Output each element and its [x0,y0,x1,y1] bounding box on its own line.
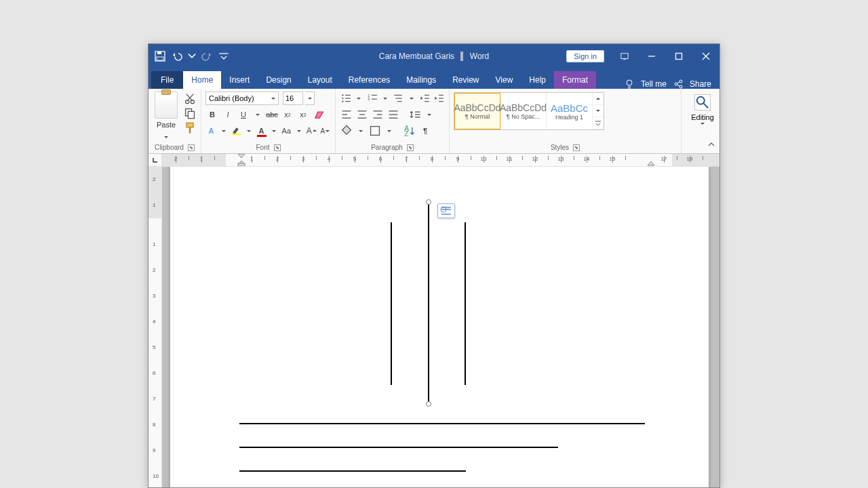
shape-vertical-line-3[interactable] [465,222,466,385]
selection-handle-top[interactable] [426,199,431,205]
font-color-dropdown-icon[interactable] [269,125,279,136]
format-painter-icon[interactable] [183,121,197,135]
save-icon[interactable] [154,50,166,62]
tab-selector[interactable] [149,154,162,166]
numbering-icon[interactable]: 12 [366,92,378,105]
tab-view[interactable]: View [488,71,521,89]
tab-insert[interactable]: Insert [221,71,258,89]
right-indent-marker[interactable] [648,155,654,166]
undo-icon[interactable] [170,50,182,62]
multilevel-dropdown-icon[interactable] [406,93,416,104]
font-name-combo[interactable]: Calibri (Body) [205,92,279,105]
superscript-icon[interactable]: x2 [296,108,310,121]
line-spacing-dropdown-icon[interactable] [424,109,435,120]
bullets-icon[interactable] [340,92,352,105]
bullets-dropdown-icon[interactable] [354,93,364,104]
font-launcher-icon[interactable]: ⬊ [274,144,281,151]
collapse-ribbon-icon[interactable] [707,139,715,151]
layout-options-button[interactable] [437,203,455,218]
styles-scroll-up-icon[interactable] [593,93,604,105]
editing-dropdown-icon[interactable] [701,123,705,125]
tab-format[interactable]: Format [554,71,596,89]
ribbon-display-options-icon[interactable] [611,44,638,68]
underline-icon[interactable]: U [237,108,250,121]
signin-button[interactable]: Sign in [566,50,604,62]
tab-mailings[interactable]: Mailings [398,71,444,89]
styles-scroll-down-icon[interactable] [593,105,604,117]
tab-home[interactable]: Home [183,71,221,89]
font-color-icon[interactable]: A [256,124,267,138]
line-spacing-icon[interactable] [408,108,422,121]
tab-layout[interactable]: Layout [300,71,340,89]
copy-icon[interactable] [183,106,197,120]
grow-font-icon[interactable]: A [306,124,317,138]
minimize-button[interactable] [638,44,665,68]
first-line-indent-marker[interactable] [238,154,245,165]
tell-me-label[interactable]: Tell me [641,79,667,89]
align-right-icon[interactable] [371,108,384,121]
styles-scroll[interactable] [593,93,604,129]
shading-icon[interactable] [340,124,353,138]
numbering-dropdown-icon[interactable] [380,93,391,104]
italic-icon[interactable]: I [221,108,235,121]
tab-help[interactable]: Help [521,71,554,89]
change-case-icon[interactable]: Aa [281,124,292,138]
text-effects-dropdown-icon[interactable] [219,125,229,136]
tab-review[interactable]: Review [444,71,487,89]
share-label[interactable]: Share [690,79,711,89]
increase-indent-icon[interactable] [433,92,445,105]
tab-design[interactable]: Design [258,71,299,89]
font-size-combo[interactable]: 16 [283,92,303,105]
justify-icon[interactable] [387,108,400,121]
paste-button[interactable]: Paste [153,92,180,141]
font-size-stepper[interactable] [305,92,315,105]
page-viewport[interactable] [162,167,719,487]
clipboard-launcher-icon[interactable]: ⬊ [188,144,195,151]
strikethrough-icon[interactable]: abc [265,108,279,121]
change-case-dropdown-icon[interactable] [294,125,304,136]
close-button[interactable] [692,44,719,68]
shrink-font-icon[interactable]: A [319,124,331,138]
svg-rect-23 [186,123,193,127]
multilevel-list-icon[interactable] [392,92,404,105]
sort-icon[interactable]: AZ [403,124,416,138]
tab-file[interactable]: File [151,71,183,89]
paragraph-launcher-icon[interactable]: ⬊ [407,144,414,151]
horizontal-ruler[interactable]: 211234567891011121314151718 [162,154,719,166]
borders-dropdown-icon[interactable] [384,125,395,136]
svg-rect-2 [157,57,163,60]
maximize-button[interactable] [665,44,692,68]
subscript-icon[interactable]: x2 [281,108,294,121]
document-name: Cara Membuat Garis [379,52,454,61]
shape-vertical-line-2-selected[interactable] [428,202,429,404]
selection-handle-bottom[interactable] [426,401,431,407]
style-normal[interactable]: AaBbCcDd ¶ Normal [454,93,500,129]
vertical-ruler[interactable]: 2112345678910 [149,167,162,487]
shape-vertical-line-1[interactable] [391,222,392,385]
find-icon[interactable] [694,94,711,110]
borders-icon[interactable] [368,124,382,138]
text-effects-icon[interactable]: A [205,124,217,138]
style-no-spacing[interactable]: AaBbCcDd ¶ No Spac... [500,93,547,129]
undo-dropdown-icon[interactable] [186,51,197,62]
styles-launcher-icon[interactable]: ⬊ [573,144,580,151]
bold-icon[interactable]: B [205,108,219,121]
qat-customize-icon[interactable] [218,50,230,62]
redo-icon[interactable] [201,50,214,62]
align-center-icon[interactable] [355,108,369,121]
align-left-icon[interactable] [340,108,353,121]
svg-point-28 [342,98,343,99]
decrease-indent-icon[interactable] [418,92,431,105]
tabs-right: Tell me Share [625,79,719,89]
highlight-icon[interactable] [231,124,242,138]
highlight-dropdown-icon[interactable] [244,125,254,136]
shading-dropdown-icon[interactable] [355,125,366,136]
cut-icon[interactable] [183,92,197,105]
clear-formatting-icon[interactable] [312,108,326,121]
styles-more-icon[interactable] [593,117,604,129]
style-heading1[interactable]: AaBbCc Heading 1 [547,93,593,129]
styles-gallery[interactable]: AaBbCcDd ¶ Normal AaBbCcDd ¶ No Spac... … [454,92,604,130]
show-marks-icon[interactable]: ¶ [418,124,432,138]
underline-dropdown-icon[interactable] [252,109,263,120]
tab-references[interactable]: References [340,71,398,89]
